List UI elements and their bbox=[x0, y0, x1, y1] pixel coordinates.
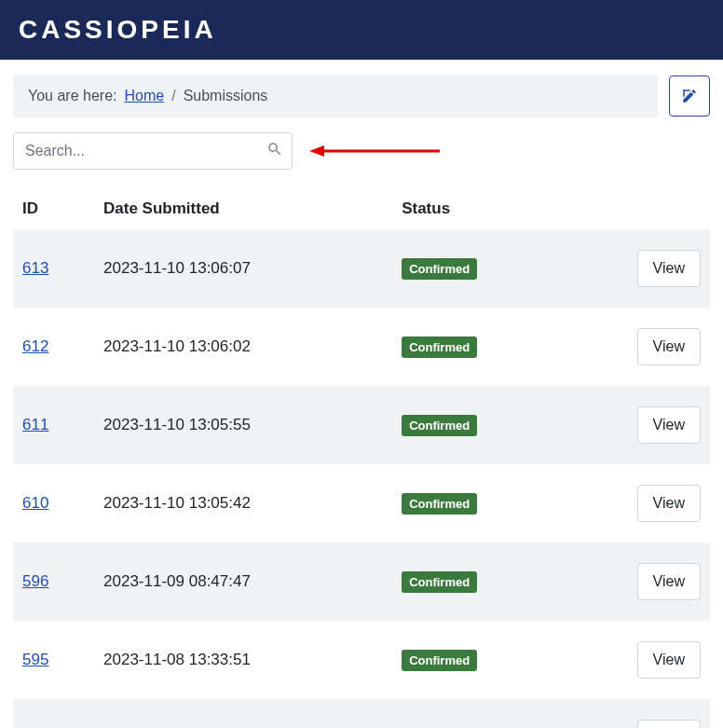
table-row: 5952023-11-08 13:33:51ConfirmedView bbox=[13, 621, 710, 699]
submission-id-link[interactable]: 611 bbox=[22, 416, 48, 433]
col-header-date: Date Submitted bbox=[94, 188, 392, 229]
date-cell: 2023-11-10 13:06:02 bbox=[94, 308, 392, 386]
edit-icon bbox=[681, 88, 698, 104]
date-cell: 2023-11-09 08:47:47 bbox=[94, 543, 392, 621]
view-button[interactable]: View bbox=[637, 485, 701, 522]
table-row: 5962023-11-09 08:47:47ConfirmedView bbox=[13, 543, 710, 621]
search-row bbox=[13, 132, 710, 170]
breadcrumb-current: Submissions bbox=[184, 88, 268, 104]
col-header-status: Status bbox=[392, 188, 562, 229]
arrow-annotation bbox=[309, 142, 440, 160]
submissions-table: ID Date Submitted Status 6132023-11-10 1… bbox=[13, 188, 710, 728]
status-badge: Confirmed bbox=[402, 571, 477, 593]
view-button[interactable]: View bbox=[637, 641, 701, 679]
col-header-action bbox=[562, 188, 710, 229]
edit-button[interactable] bbox=[669, 76, 710, 117]
status-badge: Confirmed bbox=[402, 650, 477, 671]
breadcrumb-bar: You are here: Home / Submissions bbox=[13, 75, 710, 117]
table-row: 6122023-11-10 13:06:02ConfirmedView bbox=[13, 308, 710, 386]
date-cell: 2023-11-08 10:25:04 bbox=[94, 699, 392, 728]
search-icon[interactable] bbox=[266, 141, 283, 161]
table-header-row: ID Date Submitted Status bbox=[13, 188, 710, 229]
table-row: 6112023-11-10 13:05:55ConfirmedView bbox=[13, 386, 710, 464]
status-badge: Confirmed bbox=[402, 493, 477, 515]
view-button[interactable]: View bbox=[637, 406, 701, 444]
table-row: 6132023-11-10 13:06:07ConfirmedView bbox=[13, 229, 710, 308]
col-header-id: ID bbox=[13, 188, 94, 229]
submission-id-link[interactable]: 613 bbox=[22, 259, 48, 277]
table-row: 6102023-11-10 13:05:42ConfirmedView bbox=[13, 464, 710, 543]
submission-id-link[interactable]: 595 bbox=[22, 651, 48, 668]
view-button[interactable]: View bbox=[637, 328, 701, 365]
search-box bbox=[13, 132, 293, 170]
breadcrumb-prefix: You are here: bbox=[28, 88, 116, 104]
search-input[interactable] bbox=[13, 132, 293, 170]
header-bar: CASSIOPEIA bbox=[0, 0, 723, 60]
submission-id-link[interactable]: 610 bbox=[22, 494, 48, 512]
view-button[interactable]: View bbox=[637, 563, 701, 600]
status-badge: Confirmed bbox=[402, 337, 477, 358]
date-cell: 2023-11-10 13:06:07 bbox=[94, 229, 392, 308]
breadcrumb-home-link[interactable]: Home bbox=[124, 88, 164, 104]
breadcrumb-separator: / bbox=[171, 88, 175, 104]
submission-id-link[interactable]: 596 bbox=[22, 572, 48, 590]
status-badge: Confirmed bbox=[402, 415, 477, 436]
table-row: 5942023-11-08 10:25:04ConfirmedView bbox=[13, 699, 710, 728]
submission-id-link[interactable]: 612 bbox=[22, 337, 48, 355]
view-button[interactable]: View bbox=[637, 720, 701, 728]
date-cell: 2023-11-08 13:33:51 bbox=[94, 621, 392, 699]
breadcrumb: You are here: Home / Submissions bbox=[13, 75, 658, 117]
view-button[interactable]: View bbox=[637, 250, 701, 287]
date-cell: 2023-11-10 13:05:55 bbox=[94, 386, 392, 464]
svg-marker-3 bbox=[309, 145, 324, 157]
date-cell: 2023-11-10 13:05:42 bbox=[94, 464, 392, 543]
status-badge: Confirmed bbox=[402, 258, 477, 280]
logo: CASSIOPEIA bbox=[19, 15, 704, 45]
svg-rect-1 bbox=[683, 89, 685, 97]
